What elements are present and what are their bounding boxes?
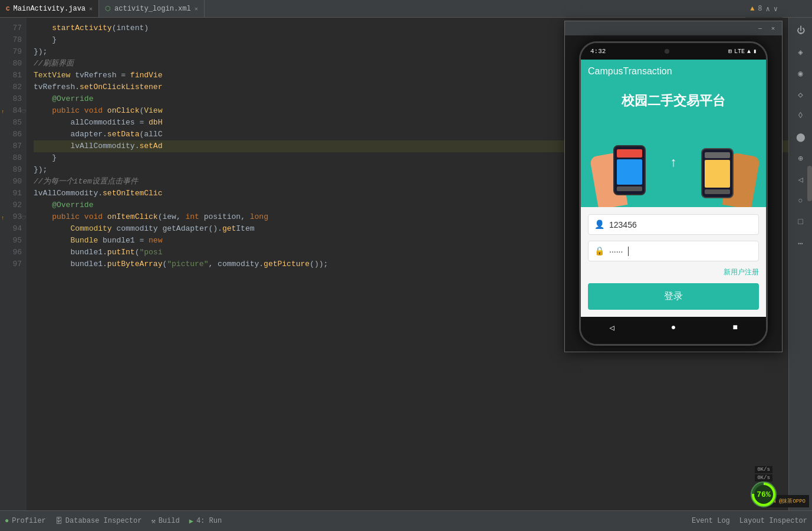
down-arrow-btn[interactable]: ∨ bbox=[774, 5, 778, 14]
zoom-icon[interactable]: ⊕ bbox=[793, 150, 809, 166]
perf-meter: 0K/s 0K/s 76% bbox=[751, 466, 777, 507]
phone-right-screen-main bbox=[705, 160, 730, 188]
phone-left bbox=[613, 145, 646, 195]
app-toolbar: CampusTransaction bbox=[581, 60, 766, 83]
phone-left-screen-main bbox=[617, 159, 642, 185]
phone-left-screen-top bbox=[617, 149, 642, 158]
square-nav-icon[interactable]: □ bbox=[793, 214, 809, 230]
network-up: 0K/s bbox=[755, 466, 772, 473]
app-banner: 校园二手交易平台 bbox=[581, 83, 766, 119]
ln-82: 82 bbox=[0, 81, 27, 93]
ln-89: 89 bbox=[0, 164, 27, 176]
phone-container: 4:32 ⊞ LTE ▲ ▮ CampusTransaction 校园二手交易平… bbox=[565, 35, 782, 352]
user-icon: 👤 bbox=[594, 219, 604, 230]
ln-77: 77 bbox=[0, 22, 27, 34]
tab-xml-close[interactable]: ✕ bbox=[195, 5, 198, 12]
ln-91: 91 bbox=[0, 188, 27, 199]
register-link[interactable]: 新用户注册 bbox=[588, 267, 759, 277]
eraser-icon[interactable]: ◊ bbox=[793, 107, 809, 124]
ln-97: 97 bbox=[0, 258, 27, 270]
run-label: 4: Run bbox=[196, 517, 222, 525]
layout-inspector-label: Layout Inspector bbox=[739, 517, 807, 525]
ln-84: ↑84 🛡 bbox=[0, 105, 27, 117]
event-log-label: Event Log bbox=[692, 517, 730, 525]
xml-icon: ⬡ bbox=[105, 5, 111, 12]
float-close-btn[interactable]: ✕ bbox=[769, 24, 777, 32]
tab-bar: C MainActivity.java ✕ ⬡ activity_login.x… bbox=[0, 0, 812, 18]
up-arrow-btn[interactable]: ∧ bbox=[766, 5, 770, 14]
power-icon[interactable]: ⏻ bbox=[793, 22, 809, 39]
tab-main-java[interactable]: C MainActivity.java ✕ bbox=[0, 0, 99, 17]
volume-low-icon[interactable]: ◉ bbox=[793, 65, 809, 81]
tab-xml-label: activity_login.xml bbox=[114, 5, 191, 13]
phone-frame: 4:32 ⊞ LTE ▲ ▮ CampusTransaction 校园二手交易平… bbox=[579, 41, 768, 346]
float-minimize-btn[interactable]: — bbox=[756, 24, 764, 32]
wifi-icon: ▲ bbox=[747, 48, 751, 55]
ln-88: 88 bbox=[0, 152, 27, 164]
phone-right-screen-bottom bbox=[705, 189, 730, 194]
phone-left-screen-bottom bbox=[617, 186, 642, 191]
lte-label: LTE bbox=[734, 48, 745, 55]
phone-status-bar: 4:32 ⊞ LTE ▲ ▮ bbox=[581, 43, 766, 60]
phone-camera bbox=[665, 49, 669, 54]
network-down: 0K/s bbox=[755, 474, 772, 481]
tab-xml[interactable]: ⬡ activity_login.xml ✕ bbox=[99, 0, 205, 17]
app-image-area: ↑ bbox=[581, 119, 766, 207]
ln-90: 90 bbox=[0, 176, 27, 188]
ln-95: 95 bbox=[0, 235, 27, 247]
phone-right-screen-top bbox=[705, 152, 730, 158]
password-field[interactable]: 🔒 ······ bbox=[588, 241, 759, 261]
event-log-btn[interactable]: Event Log bbox=[692, 517, 730, 525]
home-btn[interactable]: ● bbox=[671, 323, 676, 332]
username-field[interactable]: 👤 123456 bbox=[588, 214, 759, 235]
run-btn[interactable]: ▶ 4: Run bbox=[189, 517, 222, 526]
lock-icon: 🔒 bbox=[594, 246, 604, 256]
build-btn[interactable]: ⚒ Build bbox=[151, 517, 179, 526]
ln-96: 96 bbox=[0, 247, 27, 258]
phone-time: 4:32 bbox=[590, 48, 606, 55]
login-button[interactable]: 登录 bbox=[588, 283, 759, 310]
cpu-value: 76% bbox=[754, 485, 773, 504]
float-title-bar: — ✕ bbox=[565, 21, 782, 35]
camera-icon[interactable]: ⬤ bbox=[793, 129, 809, 145]
cpu-meter: 76% bbox=[751, 481, 777, 507]
java-icon: C bbox=[6, 5, 10, 12]
ln-85: 85 bbox=[0, 117, 27, 129]
db-inspector-label: Database Inspector bbox=[65, 517, 142, 525]
ln-87: 87 bbox=[0, 140, 27, 152]
ln-78: 78 bbox=[0, 34, 27, 46]
signal-icon: ⊞ bbox=[728, 48, 732, 55]
app-screen: CampusTransaction 校园二手交易平台 bbox=[581, 60, 766, 317]
warning-icon: ▲ bbox=[750, 5, 754, 13]
app-toolbar-title: CampusTransaction bbox=[588, 66, 672, 77]
recent-btn[interactable]: ■ bbox=[732, 323, 737, 332]
phone-chin bbox=[581, 338, 766, 344]
battery-icon: ▮ bbox=[753, 48, 757, 55]
text-cursor bbox=[628, 247, 629, 256]
volume-high-icon[interactable]: ◈ bbox=[793, 44, 809, 60]
scrollbar-thumb[interactable] bbox=[807, 166, 812, 201]
ln-86: 86 bbox=[0, 129, 27, 140]
line-numbers: 77 78 79 80 81 82 83 ↑84 🛡 85 86 87 88 8… bbox=[0, 18, 27, 510]
profiler-label: Profiler bbox=[12, 517, 46, 525]
warning-count: 8 bbox=[758, 5, 762, 13]
back-btn[interactable]: ◁ bbox=[609, 323, 614, 333]
layout-inspector-btn[interactable]: Layout Inspector bbox=[739, 517, 807, 525]
warnings-area: ▲ 8 ∧ ∨ bbox=[745, 0, 783, 18]
app-form: 👤 123456 🔒 ······ 新用户注册 bbox=[581, 207, 766, 317]
register-text: 新用户注册 bbox=[724, 268, 759, 276]
profiler-icon: ● bbox=[5, 517, 9, 525]
ln-83: 83 bbox=[0, 93, 27, 105]
db-icon: 🗄 bbox=[55, 517, 63, 526]
ln-80: 80 bbox=[0, 58, 27, 70]
build-icon: ⚒ bbox=[151, 517, 155, 526]
db-inspector-btn[interactable]: 🗄 Database Inspector bbox=[55, 517, 142, 526]
tag-icon[interactable]: ◇ bbox=[793, 86, 809, 103]
transfer-icon: ↑ bbox=[669, 156, 677, 171]
ln-93: ↑93 🛡 bbox=[0, 211, 27, 223]
profiler-btn[interactable]: ● Profiler bbox=[5, 517, 46, 525]
tab-main-close[interactable]: ✕ bbox=[89, 5, 93, 12]
more-icon[interactable]: ⋯ bbox=[793, 235, 809, 251]
back-nav-icon[interactable]: ◁ bbox=[793, 171, 809, 188]
home-nav-icon[interactable]: ○ bbox=[793, 192, 809, 209]
